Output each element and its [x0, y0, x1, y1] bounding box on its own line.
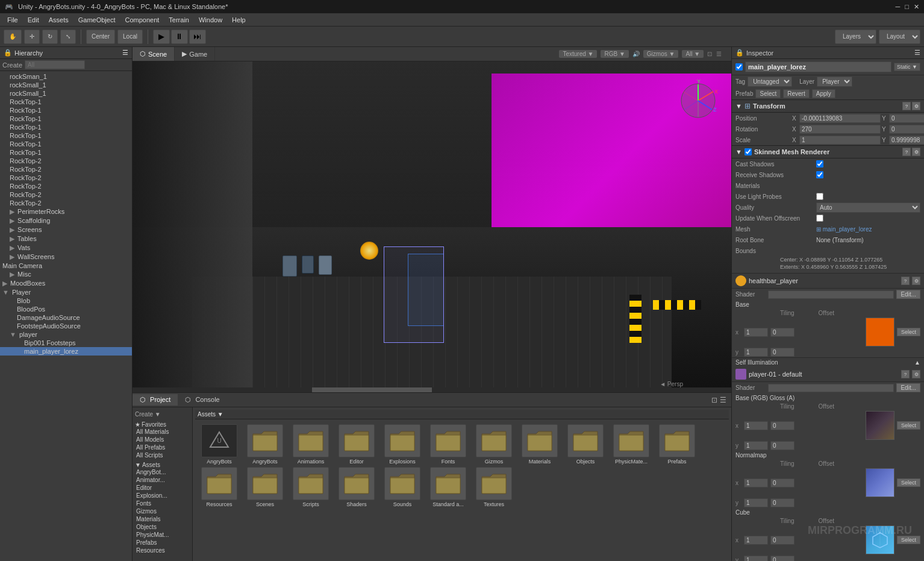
cube-offset-y[interactable]: [770, 556, 794, 561]
base-rgb-tiling-y[interactable]: [744, 441, 768, 450]
fav-all-scripts[interactable]: All Scripts: [135, 451, 190, 459]
list-item[interactable]: RockTop-2: [0, 157, 132, 165]
list-item[interactable]: rockSman_1: [0, 72, 132, 81]
player01-edit-btn[interactable]: Edit...: [896, 383, 920, 392]
prefab-revert-btn[interactable]: Revert: [783, 89, 809, 98]
light-probes-checkbox[interactable]: [816, 193, 823, 200]
list-item[interactable]: RockTop-2: [0, 199, 132, 207]
create-btn[interactable]: Create ▼: [135, 410, 190, 419]
maximize-btn[interactable]: □: [905, 3, 909, 11]
step-button[interactable]: ⏭: [189, 30, 206, 44]
list-item[interactable]: ▼ player: [0, 330, 132, 339]
list-item[interactable]: RockTop-2: [0, 165, 132, 174]
tree-gizmos[interactable]: Gizmos: [135, 507, 190, 515]
skinned-mesh-header[interactable]: ▼ Skinned Mesh Renderer ? ⚙: [732, 145, 924, 158]
tree-prefabs[interactable]: Prefabs: [135, 539, 190, 547]
base-rgb-offset-y[interactable]: [770, 441, 794, 450]
scene-menu[interactable]: ☰: [716, 51, 722, 57]
skinned-enable-checkbox[interactable]: [745, 148, 752, 155]
list-item[interactable]: RockTop-1: [0, 98, 132, 106]
static-badge[interactable]: Static ▼: [894, 63, 920, 71]
tab-project[interactable]: ⬡ Project: [133, 394, 178, 406]
tree-resources[interactable]: Resources: [135, 547, 190, 554]
menu-terrain[interactable]: Terrain: [164, 16, 194, 24]
help-icon2[interactable]: ?: [901, 277, 910, 285]
fav-all-models[interactable]: All Models: [135, 436, 190, 443]
list-item[interactable]: ▶ MoodBoxes: [0, 279, 132, 288]
fav-all-materials[interactable]: All Materials: [135, 428, 190, 436]
settings-icon2[interactable]: ⚙: [912, 277, 920, 285]
cube-tiling-x[interactable]: [744, 536, 768, 545]
list-item[interactable]: RockTop-1: [0, 114, 132, 123]
list-item[interactable]: RockTop-2: [0, 174, 132, 182]
list-item[interactable]: RockTop-1: [0, 123, 132, 131]
list-item[interactable]: RockTop-1: [0, 140, 132, 148]
layer-select[interactable]: Player: [817, 77, 852, 87]
panel-menu[interactable]: ☰: [720, 396, 726, 404]
hierarchy-search[interactable]: [25, 60, 85, 69]
asset-textures[interactable]: Textures: [472, 467, 516, 507]
normalmap-texture[interactable]: [866, 468, 894, 497]
layout-dropdown[interactable]: Layout: [879, 30, 920, 44]
list-item[interactable]: Main Camera: [0, 262, 132, 270]
tree-animator[interactable]: Animator...: [135, 476, 190, 484]
scene-view[interactable]: ◄ Persp X Y Z: [133, 61, 731, 392]
player01-shader-value[interactable]: AngryBots/Character/CharacterS: [768, 384, 894, 392]
rotate-tool[interactable]: ↻: [42, 30, 58, 44]
shader-value[interactable]: AngryBots/SimpleSelfIlluminatio: [768, 290, 894, 299]
base-rgb-offset-x[interactable]: [770, 421, 794, 430]
scene-scrollbar-h[interactable]: [133, 387, 731, 392]
cube-tiling-y[interactable]: [744, 556, 768, 561]
help-icon[interactable]: ?: [902, 148, 911, 156]
cube-offset-x[interactable]: [770, 536, 794, 545]
prefab-select-btn[interactable]: Select: [755, 89, 781, 98]
hand-tool[interactable]: ✋: [4, 30, 22, 44]
list-item[interactable]: rockSmall_1: [0, 81, 132, 89]
cube-select-btn[interactable]: Select: [897, 536, 920, 544]
settings-icon[interactable]: ⚙: [912, 148, 920, 156]
asset-angrybots[interactable]: AngryBots: [243, 424, 287, 465]
object-enable-checkbox[interactable]: [735, 63, 743, 71]
menu-file[interactable]: File: [2, 16, 23, 24]
menu-help[interactable]: Help: [227, 16, 251, 24]
move-tool[interactable]: ✛: [24, 30, 40, 44]
tree-materials[interactable]: Materials: [135, 515, 190, 523]
normalmap-tiling-y[interactable]: [744, 498, 768, 507]
normalmap-tiling-x[interactable]: [744, 478, 768, 487]
panel-collapse[interactable]: ⊡: [711, 396, 717, 404]
tab-console[interactable]: ⬡ Console: [178, 394, 226, 406]
asset-fonts[interactable]: Fonts: [426, 424, 470, 465]
asset-explosions[interactable]: Explosions: [381, 424, 424, 465]
layers-dropdown[interactable]: Layers: [835, 30, 876, 44]
help-icon3[interactable]: ?: [901, 370, 910, 378]
cube-texture[interactable]: [866, 525, 894, 554]
all-label[interactable]: All ▼: [682, 50, 704, 58]
prefab-apply-btn[interactable]: Apply: [812, 89, 835, 98]
tree-angrybots[interactable]: AngryBot...: [135, 468, 190, 476]
normalmap-offset-y[interactable]: [770, 498, 794, 507]
scale-tool[interactable]: ⤡: [60, 30, 76, 44]
hierarchy-menu-icon[interactable]: ☰: [122, 49, 128, 57]
favorites-header[interactable]: ★ Favorites: [135, 421, 190, 428]
base-rgb-tiling-x[interactable]: [744, 421, 768, 430]
assets-tree-header[interactable]: ▼ Assets: [135, 462, 190, 468]
list-item[interactable]: RockTop-2: [0, 190, 132, 199]
gizmos-toggle[interactable]: 🔊: [632, 51, 640, 57]
list-item[interactable]: DamageAudioSource: [0, 313, 132, 322]
tree-physicmat[interactable]: PhysicMat...: [135, 531, 190, 539]
tree-objects[interactable]: Objects: [135, 523, 190, 531]
scene-gizmo[interactable]: X Y Z: [677, 80, 719, 122]
list-item[interactable]: ▶ WallScreens: [0, 252, 132, 262]
inspector-menu[interactable]: ☰: [914, 49, 920, 57]
list-item[interactable]: BloodPos: [0, 305, 132, 313]
tree-fonts[interactable]: Fonts: [135, 500, 190, 507]
asset-resources[interactable]: Resources: [198, 467, 241, 507]
mesh-value[interactable]: ⊞ main_player_lorez: [816, 226, 920, 233]
base-select-btn[interactable]: Select: [897, 328, 920, 336]
create-label[interactable]: Create: [2, 61, 22, 69]
menu-window[interactable]: Window: [194, 16, 227, 24]
scale-x-input[interactable]: [799, 136, 881, 145]
asset-physicmate[interactable]: PhysicMate...: [610, 424, 653, 465]
object-name-field[interactable]: [745, 61, 891, 72]
rotation-x-input[interactable]: [799, 125, 881, 134]
